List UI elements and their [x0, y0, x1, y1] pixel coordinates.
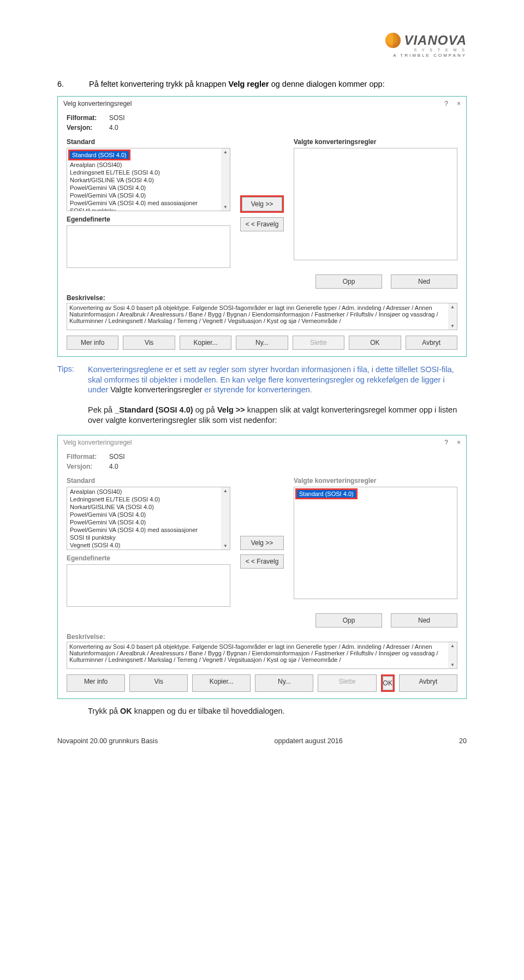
- fravelg-button[interactable]: < < Fravelg: [240, 554, 284, 569]
- list-item[interactable]: Norkart/GISLINE VA (SOSI 4.0): [68, 176, 229, 184]
- list-item[interactable]: Standard (SOSI 4.0): [70, 151, 129, 159]
- dialog-velg-konverteringsregel-1: Velg konverteringsregel ? × Filformat:SO…: [57, 96, 467, 357]
- tips-text: Konverteringsreglene er et sett av regle…: [88, 364, 467, 425]
- filformat-label: Filformat:: [67, 453, 105, 461]
- ny-button[interactable]: Ny...: [255, 674, 313, 692]
- ok-button[interactable]: OK: [383, 676, 393, 690]
- scroll-up-icon: ▲: [222, 148, 229, 156]
- list-item[interactable]: Powel/Gemini VA (SOSI 4.0): [68, 518, 229, 526]
- velg-button[interactable]: Velg >>: [240, 536, 284, 550]
- beskrivelse-text: Konvertering av Sosi 4.0 basert på objek…: [67, 642, 457, 669]
- kopier-button[interactable]: Kopier...: [180, 336, 231, 350]
- valgte-heading: Valgte konverteringsregler: [294, 138, 457, 146]
- footer-right: 20: [459, 737, 467, 745]
- beskrivelse-heading: Beskrivelse:: [67, 294, 457, 302]
- footer-mid: oppdatert august 2016: [275, 737, 343, 745]
- dialog-title: Velg konverteringsregel: [63, 100, 132, 107]
- scrollbar[interactable]: ▲▼: [448, 642, 457, 668]
- merinfo-button[interactable]: Mer info: [67, 336, 118, 350]
- beskrivelse-heading: Beskrivelse:: [67, 633, 457, 641]
- brand-name: VIANOVA: [404, 33, 467, 48]
- list-item[interactable]: Ledningsnett EL/TELE (SOSI 4.0): [68, 169, 229, 176]
- scrollbar[interactable]: ▲▼: [221, 148, 230, 211]
- slette-button: Slette: [293, 336, 344, 350]
- scrollbar[interactable]: ▲▼: [221, 487, 230, 549]
- versjon-value: 4.0: [109, 463, 118, 470]
- help-icon[interactable]: ?: [444, 439, 448, 446]
- vis-button[interactable]: Vis: [129, 674, 188, 692]
- page-footer: Novapoint 20.00 grunnkurs Basis oppdater…: [57, 737, 467, 745]
- versjon-label: Versjon:: [67, 463, 105, 470]
- standard-heading: Standard: [67, 477, 230, 485]
- avbryt-button[interactable]: Avbryt: [399, 674, 457, 692]
- scroll-up-icon: ▲: [449, 303, 456, 310]
- egendefinerte-heading: Egendefinerte: [67, 554, 230, 562]
- versjon-value: 4.0: [109, 124, 118, 132]
- ned-button[interactable]: Ned: [391, 613, 457, 628]
- standard-listbox[interactable]: Standard (SOSI 4.0) Arealplan (SOSI40) L…: [67, 148, 230, 211]
- scroll-up-icon: ▲: [449, 642, 456, 649]
- list-item[interactable]: Powel/Gemini VA (SOSI 4.0) med assosiasj…: [68, 526, 229, 534]
- list-item[interactable]: SOSI til punktsky: [68, 534, 229, 541]
- dialog-velg-konverteringsregel-2: Velg konverteringsregel ? × Filformat:SO…: [57, 435, 467, 699]
- egendefinerte-listbox[interactable]: [67, 225, 230, 268]
- list-item[interactable]: Arealplan (SOSI40): [68, 488, 229, 495]
- list-item[interactable]: Vegnett (SOSI 4.0): [68, 541, 229, 549]
- velg-button[interactable]: Velg >>: [242, 197, 282, 211]
- avbryt-button[interactable]: Avbryt: [406, 336, 457, 350]
- step-6: 6. På feltet konvertering trykk på knapp…: [57, 80, 467, 88]
- scroll-down-icon: ▼: [222, 204, 229, 211]
- standard-heading: Standard: [67, 138, 230, 146]
- list-item[interactable]: Powel/Gemini VA (SOSI 4.0): [68, 184, 229, 192]
- list-item[interactable]: Standard (SOSI 4.0): [297, 490, 356, 498]
- dialog-titlebar: Velg konverteringsregel ? ×: [58, 97, 466, 111]
- close-icon[interactable]: ×: [457, 439, 461, 446]
- ny-button[interactable]: Ny...: [236, 336, 288, 350]
- versjon-label: Versjon:: [67, 124, 105, 132]
- page-header: VIANOVA S Y S T E M S A TRIMBLE COMPANY: [57, 33, 467, 58]
- standard-listbox[interactable]: Arealplan (SOSI40) Ledningsnett EL/TELE …: [67, 487, 230, 550]
- slette-button: Slette: [318, 674, 376, 692]
- egendefinerte-listbox[interactable]: [67, 564, 230, 607]
- filformat-label: Filformat:: [67, 114, 105, 122]
- filformat-value: SOSI: [109, 453, 125, 461]
- ned-button[interactable]: Ned: [391, 274, 457, 289]
- valgte-listbox[interactable]: [294, 148, 457, 260]
- list-item[interactable]: Powel/Gemini VA (SOSI 4.0): [68, 511, 229, 518]
- step-text: På feltet konvertering trykk på knappen …: [89, 80, 385, 88]
- closing-instruction: Trykk på OK knappen og du er tilbake til…: [88, 707, 467, 715]
- help-icon[interactable]: ?: [444, 100, 448, 107]
- opp-button[interactable]: Opp: [315, 613, 382, 628]
- close-icon[interactable]: ×: [457, 100, 461, 107]
- vis-button[interactable]: Vis: [123, 336, 175, 350]
- footer-left: Novapoint 20.00 grunnkurs Basis: [57, 737, 158, 745]
- dialog-titlebar: Velg konverteringsregel ? ×: [58, 435, 466, 450]
- list-item[interactable]: Powel/Gemini VA (SOSI 4.0) med assosiasj…: [68, 199, 229, 207]
- list-item[interactable]: SOSI til punktsky: [68, 207, 229, 211]
- ok-button[interactable]: OK: [349, 336, 401, 350]
- kopier-button[interactable]: Kopier...: [192, 674, 251, 692]
- scroll-down-icon: ▼: [449, 322, 456, 330]
- brand-logo: VIANOVA S Y S T E M S A TRIMBLE COMPANY: [385, 33, 467, 58]
- valgte-heading: Valgte konverteringsregler: [294, 477, 457, 485]
- step-number: 6.: [57, 80, 67, 88]
- scroll-up-icon: ▲: [222, 487, 229, 494]
- tips-block-1: Tips: Konverteringsreglene er et sett av…: [57, 364, 467, 425]
- scroll-down-icon: ▼: [449, 661, 456, 668]
- beskrivelse-text: Konvertering av Sosi 4.0 basert på objek…: [67, 303, 457, 330]
- fravelg-button[interactable]: < < Fravelg: [240, 217, 284, 231]
- egendefinerte-heading: Egendefinerte: [67, 216, 230, 223]
- filformat-value: SOSI: [109, 114, 125, 122]
- list-item[interactable]: Ledningsnett EL/TELE (SOSI 4.0): [68, 495, 229, 503]
- valgte-listbox[interactable]: Standard (SOSI 4.0): [294, 487, 457, 599]
- opp-button[interactable]: Opp: [315, 274, 382, 289]
- scrollbar[interactable]: ▲▼: [448, 303, 457, 330]
- vianova-icon: [385, 33, 401, 48]
- brand-systems: S Y S T E M S: [385, 48, 467, 52]
- list-item[interactable]: Powel/Gemini VA (SOSI 4.0): [68, 192, 229, 199]
- list-item[interactable]: Norkart/GISLINE VA (SOSI 4.0): [68, 503, 229, 511]
- dialog-title: Velg konverteringsregel: [63, 439, 132, 446]
- tips-label: Tips:: [57, 364, 76, 425]
- list-item[interactable]: Arealplan (SOSI40): [68, 161, 229, 169]
- merinfo-button[interactable]: Mer info: [67, 674, 125, 692]
